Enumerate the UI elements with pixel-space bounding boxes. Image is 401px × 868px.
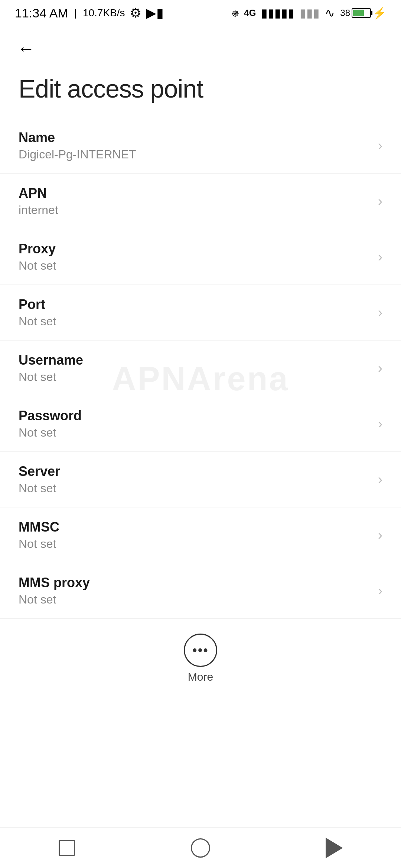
gear-icon: ⚙ [130,5,141,21]
settings-value-password: Not set [19,426,371,440]
back-arrow-icon: ← [17,38,35,59]
chevron-username-icon: › [378,361,382,376]
page-title-section: Edit access point [0,67,401,118]
wifi-icon: ∿ [325,6,335,20]
settings-item-username[interactable]: Username Not set › [0,341,401,396]
settings-item-password[interactable]: Password Not set › [0,396,401,452]
page-title: Edit access point [19,75,203,103]
recent-apps-button[interactable] [52,833,82,863]
settings-item-password-content: Password Not set [19,408,371,440]
settings-value-username: Not set [19,370,371,384]
back-nav-icon [326,838,343,858]
more-button[interactable]: ••• [184,634,217,667]
settings-item-proxy[interactable]: Proxy Not set › [0,229,401,285]
back-row: ← [0,26,401,67]
more-section: ••• More [0,619,401,694]
settings-list: Name Digicel-Pg-INTERNET › APN internet … [0,118,401,619]
settings-item-mmsc-content: MMSC Not set [19,519,371,551]
settings-item-port-content: Port Not set [19,297,371,328]
settings-item-mms-proxy-content: MMS proxy Not set [19,575,371,606]
chevron-mmsc-icon: › [378,527,382,543]
settings-label-mms-proxy: MMS proxy [19,575,371,591]
recent-apps-icon [59,840,75,856]
settings-item-name[interactable]: Name Digicel-Pg-INTERNET › [0,118,401,174]
bottom-navigation [0,827,401,868]
settings-item-port[interactable]: Port Not set › [0,285,401,341]
signal-bars-2-icon: ▮▮▮ [300,6,320,20]
settings-item-mms-proxy[interactable]: MMS proxy Not set › [0,563,401,619]
settings-label-proxy: Proxy [19,241,371,257]
back-button[interactable]: ← [15,37,37,59]
status-speed: 10.7KB/s [83,7,125,19]
settings-label-port: Port [19,297,371,312]
settings-item-proxy-content: Proxy Not set [19,241,371,273]
settings-value-apn: internet [19,203,371,217]
settings-label-mmsc: MMSC [19,519,371,535]
settings-item-server-content: Server Not set [19,464,371,495]
settings-item-server[interactable]: Server Not set › [0,452,401,507]
battery-container: 38 ⚡ [340,7,386,20]
status-time: 11:34 AM [15,6,68,20]
settings-label-password: Password [19,408,371,424]
settings-label-server: Server [19,464,371,479]
settings-value-server: Not set [19,481,371,495]
settings-value-mmsc: Not set [19,537,371,551]
settings-item-apn[interactable]: APN internet › [0,174,401,229]
signal-4g-icon: 4G [244,8,256,18]
chevron-password-icon: › [378,416,382,432]
settings-label-name: Name [19,130,371,145]
settings-value-mms-proxy: Not set [19,593,371,606]
home-icon [191,838,210,858]
chevron-name-icon: › [378,138,382,154]
chevron-apn-icon: › [378,194,382,209]
settings-value-name: Digicel-Pg-INTERNET [19,148,371,161]
settings-item-apn-content: APN internet [19,185,371,217]
settings-value-port: Not set [19,315,371,328]
status-bar-left: 11:34 AM | 10.7KB/s ⚙ ▶▮ [15,5,164,21]
more-dots-icon: ••• [192,644,209,657]
battery-icon [352,8,371,18]
settings-label-apn: APN [19,185,371,201]
settings-label-username: Username [19,352,371,368]
chevron-server-icon: › [378,472,382,487]
bluetooth-icon: ⎈ [232,6,239,20]
settings-item-username-content: Username Not set [19,352,371,384]
signal-bars-icon: ▮▮▮▮▮ [261,6,294,20]
chevron-proxy-icon: › [378,249,382,265]
status-bar-right: ⎈ 4G ▮▮▮▮▮ ▮▮▮ ∿ 38 ⚡ [232,6,386,20]
status-bar: 11:34 AM | 10.7KB/s ⚙ ▶▮ ⎈ 4G ▮▮▮▮▮ ▮▮▮ … [0,0,401,26]
back-nav-button[interactable] [319,833,349,863]
settings-item-mmsc[interactable]: MMSC Not set › [0,507,401,563]
chevron-port-icon: › [378,305,382,320]
home-button[interactable] [186,833,215,863]
settings-value-proxy: Not set [19,259,371,273]
more-label: More [188,671,213,683]
camera-icon: ▶▮ [146,5,164,21]
settings-item-name-content: Name Digicel-Pg-INTERNET [19,130,371,161]
chevron-mms-proxy-icon: › [378,583,382,599]
